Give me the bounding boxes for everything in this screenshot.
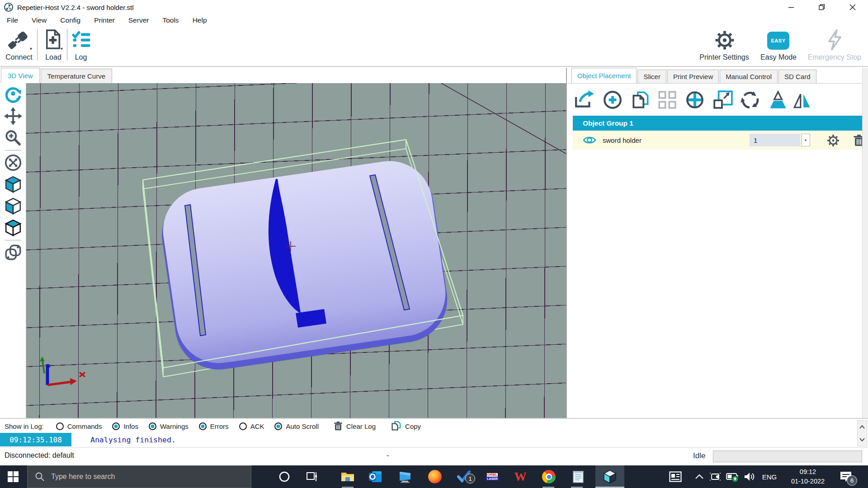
sword-holder-object[interactable]	[156, 155, 453, 375]
outlook-button[interactable]	[362, 465, 388, 488]
log-scrollbar[interactable]	[857, 420, 867, 446]
task-view-button[interactable]	[299, 465, 326, 488]
object-row[interactable]: sword holder 1 ▾	[573, 131, 862, 150]
menu-file[interactable]: File	[0, 16, 25, 24]
scene-objects	[26, 83, 566, 418]
copy-objects-button[interactable]	[629, 89, 652, 111]
start-button[interactable]	[0, 465, 26, 488]
search-input[interactable]	[51, 473, 223, 481]
chrome-button[interactable]	[536, 465, 562, 488]
restore-button[interactable]	[807, 0, 837, 14]
firefox-button[interactable]	[422, 465, 448, 488]
radio-infos[interactable]	[112, 422, 120, 430]
load-dropdown-arrow[interactable]: ▾	[61, 46, 63, 51]
rotate-object-button[interactable]	[739, 89, 761, 111]
volume-tray-button[interactable]	[741, 465, 759, 488]
view-tool-column	[0, 83, 26, 418]
view-tab-bar: 3D View Temperature Curve	[0, 68, 566, 83]
scale-object-button[interactable]	[712, 89, 734, 111]
rotate-view-icon	[4, 85, 22, 103]
wps-office-button[interactable]: W	[507, 465, 533, 488]
connect-button[interactable]: Connect	[3, 53, 35, 61]
menu-view[interactable]: View	[25, 16, 53, 24]
log-filter-commands[interactable]: Commands	[56, 422, 102, 430]
file-explorer-button[interactable]	[335, 465, 361, 488]
grbl-laser-button[interactable]: GRBL LASER	[479, 465, 505, 488]
log-filter-warnings[interactable]: Warnings	[149, 422, 189, 430]
tab-slicer[interactable]: Slicer	[637, 70, 666, 83]
log-filter-infos[interactable]: Infos	[112, 422, 138, 430]
connect-dropdown-arrow[interactable]: ▾	[30, 46, 32, 51]
export-object-button[interactable]	[573, 89, 596, 111]
radio-warnings[interactable]	[149, 422, 156, 430]
front-view-button[interactable]	[3, 196, 24, 216]
fit-view-button[interactable]	[3, 152, 24, 173]
rotate-view-button[interactable]	[3, 84, 24, 105]
log-filter-autoscroll[interactable]: Auto Scroll	[274, 422, 319, 430]
log-button[interactable]: Log	[70, 53, 92, 61]
3d-viewport[interactable]	[26, 83, 566, 418]
add-object-button[interactable]	[601, 89, 624, 111]
isometric-view-button[interactable]	[3, 174, 24, 195]
tab-object-placement[interactable]: Object Placement	[571, 68, 637, 83]
radio-commands[interactable]	[56, 422, 64, 430]
tab-manual-control[interactable]: Manual Control	[720, 70, 778, 83]
radio-autoscroll[interactable]	[274, 422, 282, 430]
printer-settings-icon[interactable]	[713, 29, 736, 52]
menu-printer[interactable]: Printer	[87, 16, 122, 24]
show-objects-button[interactable]	[3, 242, 24, 263]
easy-mode-icon[interactable]: EASY	[767, 32, 789, 50]
copy-log-button[interactable]: Copy	[391, 420, 421, 432]
copies-spinner[interactable]: 1	[750, 134, 800, 146]
tab-sd-card[interactable]: SD Card	[778, 70, 816, 83]
notification-center-button[interactable]: 6	[834, 465, 858, 488]
close-button[interactable]	[837, 0, 868, 14]
repetier-host-taskbar-button[interactable]	[595, 465, 624, 488]
minimize-button[interactable]	[776, 0, 807, 14]
radio-errors[interactable]	[199, 422, 207, 430]
connect-icon[interactable]	[6, 29, 30, 52]
battery-tray-button[interactable]	[723, 465, 741, 488]
load-icon[interactable]	[43, 28, 62, 51]
center-object-button[interactable]	[684, 89, 706, 111]
tray-expand-button[interactable]	[691, 465, 708, 488]
taskbar-clock[interactable]: 09:12 01-10-2022	[785, 467, 830, 486]
add-object-icon	[603, 90, 623, 110]
scroll-down-icon[interactable]	[859, 438, 865, 441]
menu-config[interactable]: Config	[53, 16, 87, 24]
copies-dropdown-button[interactable]: ▾	[801, 134, 810, 146]
zoom-view-button[interactable]	[3, 127, 24, 148]
todo-button[interactable]: 1	[451, 465, 477, 488]
clear-log-button[interactable]: Clear Log	[334, 421, 376, 432]
log-filter-errors[interactable]: Errors	[199, 422, 229, 430]
menu-help[interactable]: Help	[186, 16, 214, 24]
notepad-button[interactable]	[565, 465, 591, 488]
top-view-button[interactable]	[3, 217, 24, 238]
log-filter-ack[interactable]: ACK	[239, 422, 264, 430]
language-tray-button[interactable]: ENG	[760, 465, 779, 488]
scroll-up-icon[interactable]	[859, 425, 865, 429]
easy-mode-button[interactable]: Easy Mode	[759, 53, 798, 61]
news-widget-button[interactable]	[665, 465, 686, 488]
remote-desktop-button[interactable]	[392, 465, 418, 488]
radio-ack[interactable]	[239, 422, 247, 430]
menu-server[interactable]: Server	[122, 16, 156, 24]
log-icon[interactable]	[71, 30, 91, 50]
cortana-button[interactable]	[271, 465, 297, 488]
printer-settings-button[interactable]: Printer Settings	[696, 53, 752, 61]
lay-flat-button[interactable]	[767, 89, 789, 111]
object-group-header[interactable]: Object Group 1	[573, 116, 862, 131]
visibility-eye-icon[interactable]	[583, 135, 596, 145]
capture-tray-button[interactable]	[707, 465, 724, 488]
load-button[interactable]: Load	[42, 53, 65, 61]
taskbar-search[interactable]	[27, 465, 251, 488]
right-panel-scrollbar[interactable]	[862, 68, 868, 418]
tab-temperature-curve[interactable]: Temperature Curve	[41, 69, 112, 83]
mirror-object-button[interactable]	[791, 89, 814, 111]
main-toolbar: ▾ Connect ▾ Load Log	[0, 26, 868, 67]
object-settings-gear-icon[interactable]	[827, 134, 840, 147]
menu-tools[interactable]: Tools	[156, 16, 185, 24]
move-view-button[interactable]	[3, 106, 24, 127]
tab-print-preview[interactable]: Print Preview	[667, 70, 719, 83]
tab-3d-view[interactable]: 3D View	[1, 68, 40, 83]
